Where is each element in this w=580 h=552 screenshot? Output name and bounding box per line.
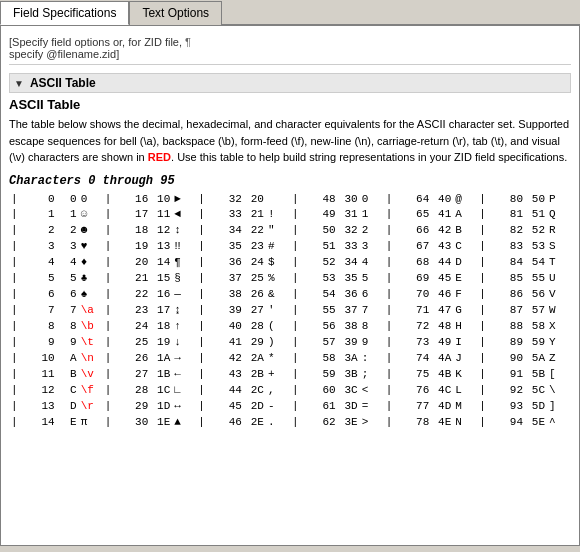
- table-row: |11B\v|271B←|432B+|593B;|754BK|915B[: [9, 367, 571, 383]
- table-row: |000|1610►|3220 |48300|6440@|8050P: [9, 192, 571, 208]
- table-row: |22☻|1812↕|3422"|50322|6642B|8252R: [9, 223, 571, 239]
- ascii-section-header: ▼ ASCII Table: [9, 73, 571, 93]
- table-row: |99\t|2519↓|4129)|57399|7349I|8959Y: [9, 335, 571, 351]
- table-row: |14Eπ|301E▲|462E.|623E>|784EN|945E^: [9, 415, 571, 431]
- tab-text-options-label: Text Options: [142, 6, 209, 20]
- tab-bar: Field Specifications Text Options: [0, 0, 580, 26]
- field-spec-note-line1: [Specify field options or, for ZID file,: [9, 36, 182, 48]
- table-row: |10A\n|261A→|422A*|583A:|744AJ|905AZ: [9, 351, 571, 367]
- field-spec-note-line2: specify @filename.zid]: [9, 48, 119, 60]
- table-row: |12C\f|281C∟|442C,|603C<|764CL|925C\: [9, 383, 571, 399]
- note-icon: ¶: [185, 36, 191, 48]
- table-row: |33♥|1913‼|3523#|51333|6743C|8353S: [9, 239, 571, 255]
- ascii-section-header-label: ASCII Table: [30, 76, 96, 90]
- table-row: |88\b|2418↑|4028(|56388|7248H|8858X: [9, 319, 571, 335]
- chars-heading: Characters 0 through 95: [9, 174, 571, 188]
- collapse-arrow-icon[interactable]: ▼: [14, 78, 24, 89]
- ascii-title: ASCII Table: [9, 97, 571, 112]
- table-row: |55♣|2115§|3725%|53355|6945E|8555U: [9, 271, 571, 287]
- main-content: [Specify field options or, for ZID file,…: [0, 26, 580, 546]
- table-row: |11☺|1711◄|3321!|49311|6541A|8151Q: [9, 207, 571, 223]
- table-row: |77\a|2317↨|3927'|55377|7147G|8757W: [9, 303, 571, 319]
- tab-text-options[interactable]: Text Options: [129, 1, 222, 25]
- ascii-desc-part2: . Use this table to help build string re…: [171, 151, 567, 163]
- table-row: |66♠|2216—|3826&|54366|7046F|8656V: [9, 287, 571, 303]
- table-row: |13D\r|291D↔|452D-|613D=|774DM|935D]: [9, 399, 571, 415]
- ascii-description: The table below shows the decimal, hexad…: [9, 116, 571, 166]
- ascii-table: |000|1610►|3220 |48300|6440@|8050P|11☺|1…: [9, 192, 571, 431]
- table-row: |44♦|2014¶|3624$|52344|6844D|8454T: [9, 255, 571, 271]
- ascii-desc-red: RED: [148, 151, 171, 163]
- tab-field-specs-label: Field Specifications: [13, 6, 116, 20]
- tab-field-specifications[interactable]: Field Specifications: [0, 1, 129, 25]
- field-spec-note: [Specify field options or, for ZID file,…: [9, 32, 571, 65]
